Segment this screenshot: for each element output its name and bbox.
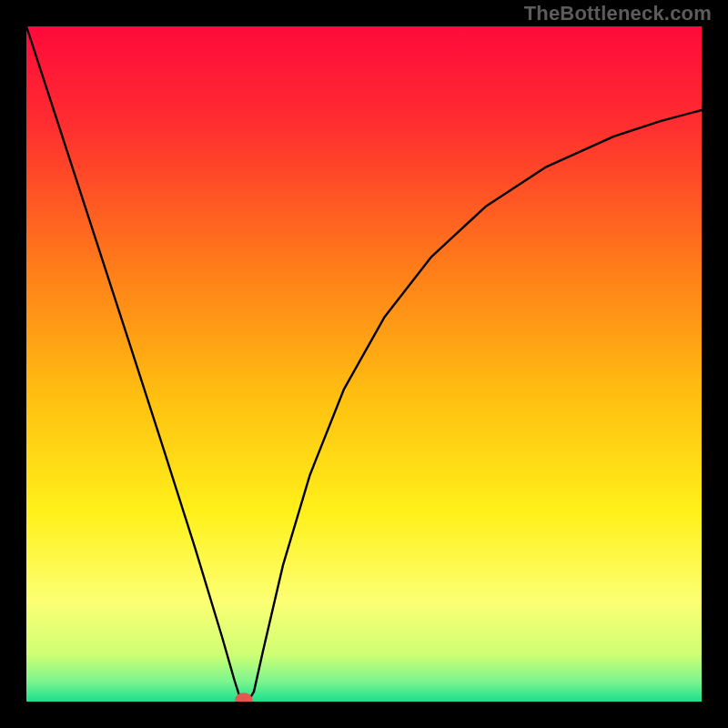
plot-svg — [26, 26, 702, 702]
watermark-text: TheBottleneck.com — [524, 2, 712, 25]
plot-background — [26, 26, 702, 702]
chart-frame: TheBottleneck.com — [0, 0, 728, 728]
plot-area — [26, 26, 702, 702]
